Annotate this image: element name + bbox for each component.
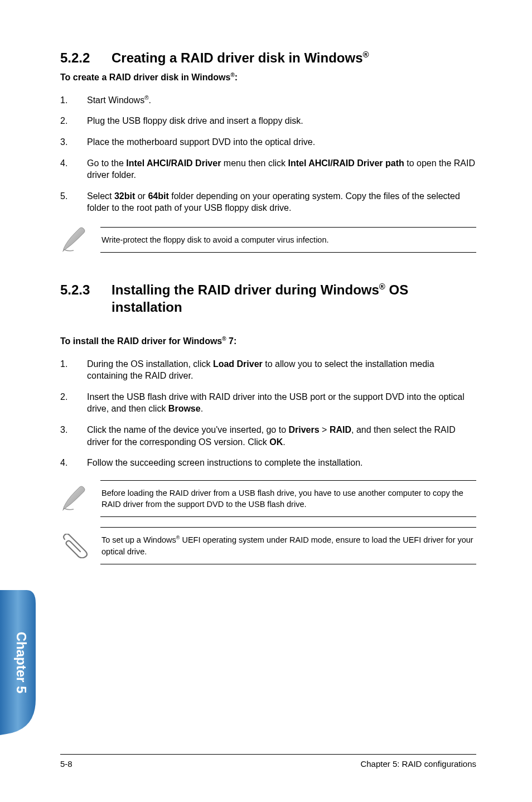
registered-symbol: ® — [363, 50, 369, 59]
page-content: 5.2.2Creating a RAID driver disk in Wind… — [60, 49, 476, 780]
pencil-note-icon — [61, 225, 90, 254]
pencil-note-icon — [61, 484, 90, 513]
step-bold: 32bit — [114, 191, 135, 201]
note-text: To set up a Windows® UEFI operating syst… — [100, 527, 476, 564]
note-content: To set up a Windows — [101, 535, 176, 544]
step-text: Insert the USB flash drive with RAID dri… — [87, 392, 465, 414]
step-text: Plug the USB floppy disk drive and inser… — [87, 116, 303, 125]
step-bold: OK — [269, 437, 283, 447]
note-text: Write-protect the floppy disk to avoid a… — [100, 227, 476, 253]
page-number: 5-8 — [60, 759, 72, 769]
step-item: Plug the USB floppy disk drive and inser… — [60, 110, 476, 132]
note-block: To set up a Windows® UEFI operating syst… — [60, 527, 476, 564]
page-footer: 5-8 Chapter 5: RAID configurations — [60, 754, 476, 769]
registered-symbol: ® — [222, 336, 226, 342]
step-text: During the OS installation, click — [87, 359, 213, 369]
subheading-suffix: : — [235, 73, 238, 83]
note-text: Before loading the RAID driver from a US… — [100, 480, 476, 518]
step-item: Follow the succeeding screen instruction… — [60, 452, 476, 474]
note-icon-column — [60, 484, 100, 513]
section-number: 5.2.2 — [60, 49, 112, 66]
step-bold: Drivers — [288, 425, 319, 434]
note-block: Before loading the RAID driver from a US… — [60, 480, 476, 518]
step-bold: Intel AHCI/RAID Driver path — [288, 158, 404, 168]
step-text: Place the motherboard support DVD into t… — [87, 137, 315, 147]
subheading-suffix: 7: — [226, 337, 237, 346]
paperclip-icon — [61, 534, 89, 558]
section-523-subheading: To install the RAID driver for Windows® … — [60, 336, 476, 346]
section-523-title-l1: Installing the RAID driver during Window… — [112, 282, 379, 297]
spine-label: Chapter 5 — [14, 632, 29, 694]
registered-symbol: ® — [144, 95, 148, 101]
step-text: Start Windows — [87, 95, 144, 105]
step-text: Select — [87, 191, 114, 201]
step-text: . — [201, 404, 203, 413]
step-item: Click the name of the device you've inse… — [60, 419, 476, 452]
chapter-spine-tab: Chapter 5 — [0, 590, 36, 735]
section-523-heading: 5.2.3Installing the RAID driver during W… — [60, 281, 476, 316]
registered-symbol: ® — [230, 72, 234, 78]
section-522-subheading: To create a RAID driver disk in Windows®… — [60, 72, 476, 83]
step-text: menu then click — [221, 158, 288, 168]
step-text: or — [135, 191, 148, 201]
step-bold: RAID — [330, 425, 351, 434]
section-523-steps: During the OS installation, click Load D… — [60, 354, 476, 474]
note-content: Before loading the RAID driver from a US… — [101, 489, 463, 509]
step-item: Start Windows®. — [60, 90, 476, 111]
registered-symbol: ® — [379, 282, 385, 291]
step-bold: Intel AHCI/RAID Driver — [126, 158, 221, 168]
subheading-text: To create a RAID driver disk in Windows — [60, 73, 230, 83]
step-item: Insert the USB flash drive with RAID dri… — [60, 386, 476, 419]
step-bold: Browse — [168, 404, 201, 413]
step-text: . — [149, 95, 151, 105]
step-item: During the OS installation, click Load D… — [60, 354, 476, 386]
section-522-heading: 5.2.2Creating a RAID driver disk in Wind… — [60, 49, 476, 66]
spine-graphic: Chapter 5 — [0, 590, 36, 735]
section-522-title: Creating a RAID driver disk in Windows — [112, 50, 363, 65]
note-block: Write-protect the floppy disk to avoid a… — [60, 225, 476, 254]
step-text: Follow the succeeding screen instruction… — [87, 458, 362, 467]
note-icon-column — [60, 534, 100, 558]
note-icon-column — [60, 225, 100, 254]
step-text: . — [283, 437, 285, 447]
step-item: Place the motherboard support DVD into t… — [60, 132, 476, 153]
step-bold: 64bit — [148, 191, 168, 201]
section-523-title-suffix: OS — [385, 282, 408, 297]
subheading-text: To install the RAID driver for Windows — [60, 337, 222, 346]
section-523-title-l2: installation — [112, 298, 182, 316]
step-bold: Load Driver — [213, 359, 263, 369]
document-page: 5.2.2Creating a RAID driver disk in Wind… — [0, 0, 532, 802]
section-522-steps: Start Windows®. Plug the USB floppy disk… — [60, 90, 476, 219]
step-text: Go to the — [87, 158, 126, 168]
step-item: Select 32bit or 64bit folder depending o… — [60, 186, 476, 219]
note-content: Write-protect the floppy disk to avoid a… — [101, 235, 329, 244]
step-item: Go to the Intel AHCI/RAID Driver menu th… — [60, 153, 476, 186]
section-number: 5.2.3 — [60, 281, 112, 298]
step-text: Click the name of the device you've inse… — [87, 425, 288, 434]
step-text: > — [320, 425, 330, 434]
footer-chapter-label: Chapter 5: RAID configurations — [360, 759, 476, 769]
